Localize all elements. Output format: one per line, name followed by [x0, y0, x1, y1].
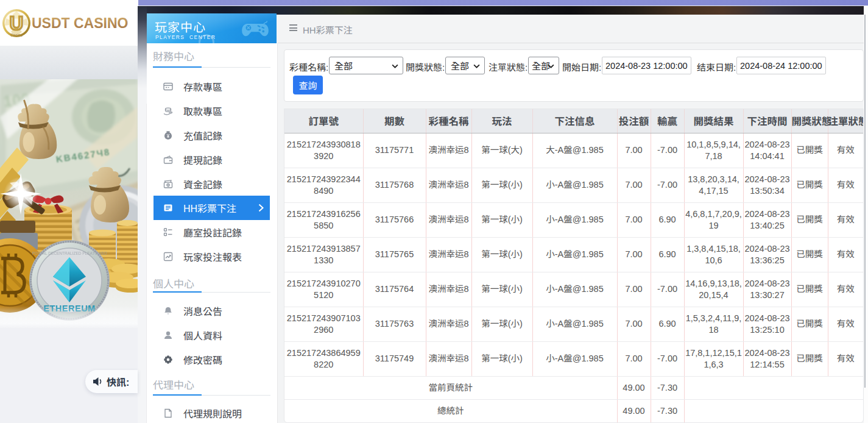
svg-text:U: U	[10, 13, 23, 34]
svg-text:POSTAL DECENTRALIZED PLEATO AS: POSTAL DECENTRALIZED PLEATO ASO	[32, 251, 107, 255]
svg-text:Casino: Casino	[10, 33, 23, 37]
svg-text:USDT CASINO: USDT CASINO	[32, 15, 128, 31]
